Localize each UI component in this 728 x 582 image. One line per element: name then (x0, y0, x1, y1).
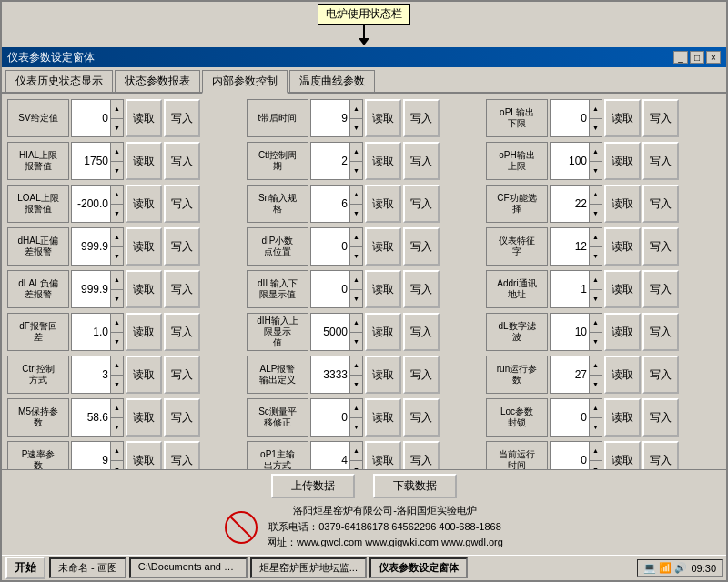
param-input-1-1[interactable] (311, 143, 349, 179)
spin-up-7-0[interactable]: ▲ (111, 399, 123, 418)
spin-up-0-2[interactable]: ▲ (590, 100, 602, 119)
write-btn-5-1[interactable]: 写入 (403, 313, 440, 351)
read-btn-5-2[interactable]: 读取 (604, 313, 641, 351)
spin-down-8-2[interactable]: ▼ (590, 461, 602, 470)
spin-up-5-2[interactable]: ▲ (590, 314, 602, 333)
write-btn-0-2[interactable]: 写入 (642, 99, 679, 137)
spin-up-6-0[interactable]: ▲ (111, 356, 123, 376)
spin-up-0-0[interactable]: ▲ (111, 100, 123, 119)
spin-down-7-0[interactable]: ▼ (111, 418, 123, 436)
read-btn-2-2[interactable]: 读取 (604, 185, 641, 223)
param-input-0-1[interactable] (311, 100, 349, 136)
read-btn-1-0[interactable]: 读取 (126, 142, 162, 180)
write-btn-6-2[interactable]: 写入 (642, 356, 679, 394)
maximize-button[interactable]: □ (690, 51, 704, 64)
param-input-6-1[interactable] (311, 356, 349, 393)
spin-up-8-0[interactable]: ▲ (111, 442, 123, 461)
taskbar-item-2[interactable]: 炬星窑炉围炉地坛监... (250, 557, 367, 578)
spin-up-2-0[interactable]: ▲ (111, 186, 123, 205)
spin-down-6-1[interactable]: ▼ (350, 376, 362, 394)
param-input-7-1[interactable] (311, 399, 349, 436)
spin-down-5-1[interactable]: ▼ (350, 333, 362, 351)
read-btn-7-0[interactable]: 读取 (126, 398, 162, 436)
spin-down-3-0[interactable]: ▼ (111, 247, 123, 266)
param-input-5-1[interactable] (311, 314, 349, 350)
spin-down-2-2[interactable]: ▼ (590, 205, 602, 223)
param-input-4-2[interactable] (551, 271, 589, 307)
spin-down-7-1[interactable]: ▼ (350, 418, 362, 436)
read-btn-1-2[interactable]: 读取 (604, 142, 641, 180)
write-btn-6-0[interactable]: 写入 (164, 356, 200, 394)
write-btn-2-1[interactable]: 写入 (403, 185, 440, 223)
param-input-8-1[interactable] (311, 442, 349, 469)
read-btn-6-0[interactable]: 读取 (126, 356, 162, 394)
spin-down-7-2[interactable]: ▼ (590, 418, 602, 436)
spin-up-4-0[interactable]: ▲ (111, 271, 123, 290)
spin-up-5-0[interactable]: ▲ (111, 314, 123, 333)
taskbar-item-3[interactable]: 仪表参数设定窗体 (369, 557, 468, 578)
read-btn-2-1[interactable]: 读取 (365, 185, 401, 223)
spin-up-7-2[interactable]: ▲ (590, 399, 602, 418)
spin-down-8-0[interactable]: ▼ (111, 461, 123, 470)
write-btn-8-0[interactable]: 写入 (164, 441, 200, 469)
param-input-2-1[interactable] (311, 186, 349, 222)
spin-up-4-2[interactable]: ▲ (590, 271, 602, 290)
spin-up-6-2[interactable]: ▲ (590, 356, 602, 376)
read-btn-8-0[interactable]: 读取 (126, 441, 162, 469)
tab-internal[interactable]: 内部参数控制 (202, 70, 288, 94)
write-btn-7-0[interactable]: 写入 (164, 398, 200, 436)
read-btn-3-0[interactable]: 读取 (126, 227, 162, 266)
taskbar-item-0[interactable]: 未命名 - 画图 (49, 557, 126, 578)
read-btn-3-1[interactable]: 读取 (365, 227, 401, 266)
write-btn-6-1[interactable]: 写入 (403, 356, 440, 394)
spin-down-5-0[interactable]: ▼ (111, 333, 123, 351)
spin-down-3-2[interactable]: ▼ (590, 247, 602, 266)
read-btn-6-2[interactable]: 读取 (604, 356, 641, 394)
spin-down-8-1[interactable]: ▼ (350, 461, 362, 470)
spin-down-0-1[interactable]: ▼ (350, 119, 362, 137)
param-input-6-2[interactable] (551, 356, 589, 393)
read-btn-4-1[interactable]: 读取 (365, 270, 401, 308)
write-btn-0-1[interactable]: 写入 (403, 99, 440, 137)
param-input-5-0[interactable] (72, 314, 110, 350)
write-btn-3-1[interactable]: 写入 (403, 227, 440, 266)
param-input-3-1[interactable] (311, 228, 349, 265)
spin-up-2-1[interactable]: ▲ (350, 186, 362, 205)
spin-down-4-1[interactable]: ▼ (350, 290, 362, 308)
tab-status[interactable]: 状态参数报表 (115, 70, 200, 92)
read-btn-3-2[interactable]: 读取 (604, 227, 641, 266)
write-btn-7-1[interactable]: 写入 (403, 398, 440, 436)
spin-down-6-0[interactable]: ▼ (111, 376, 123, 394)
tab-history[interactable]: 仪表历史状态显示 (5, 70, 113, 92)
param-input-7-0[interactable] (72, 399, 110, 436)
write-btn-7-2[interactable]: 写入 (642, 398, 679, 436)
spin-down-2-0[interactable]: ▼ (111, 205, 123, 223)
param-input-7-2[interactable] (551, 399, 589, 436)
write-btn-3-0[interactable]: 写入 (164, 227, 200, 266)
write-btn-4-0[interactable]: 写入 (164, 270, 200, 308)
write-btn-1-0[interactable]: 写入 (164, 142, 200, 180)
minimize-button[interactable]: _ (673, 51, 688, 64)
close-button[interactable]: × (706, 51, 721, 64)
param-input-4-0[interactable] (72, 271, 110, 307)
param-input-8-0[interactable] (72, 442, 110, 469)
tab-curve[interactable]: 温度曲线参数 (289, 70, 375, 92)
write-btn-4-1[interactable]: 写入 (403, 270, 440, 308)
write-btn-4-2[interactable]: 写入 (642, 270, 679, 308)
read-btn-7-2[interactable]: 读取 (604, 398, 641, 436)
param-input-1-2[interactable] (551, 143, 589, 179)
spin-up-2-2[interactable]: ▲ (590, 186, 602, 205)
read-btn-6-1[interactable]: 读取 (365, 356, 401, 394)
spin-down-3-1[interactable]: ▼ (350, 247, 362, 266)
spin-down-4-2[interactable]: ▼ (590, 290, 602, 308)
read-btn-4-0[interactable]: 读取 (126, 270, 162, 308)
spin-up-1-2[interactable]: ▲ (590, 143, 602, 162)
read-btn-0-2[interactable]: 读取 (604, 99, 641, 137)
spin-up-3-1[interactable]: ▲ (350, 228, 362, 247)
spin-down-0-2[interactable]: ▼ (590, 119, 602, 137)
param-input-3-0[interactable] (72, 228, 110, 265)
write-btn-5-2[interactable]: 写入 (642, 313, 679, 351)
write-btn-8-1[interactable]: 写入 (403, 441, 440, 469)
param-input-1-0[interactable] (72, 143, 110, 179)
param-input-0-0[interactable] (72, 100, 110, 136)
